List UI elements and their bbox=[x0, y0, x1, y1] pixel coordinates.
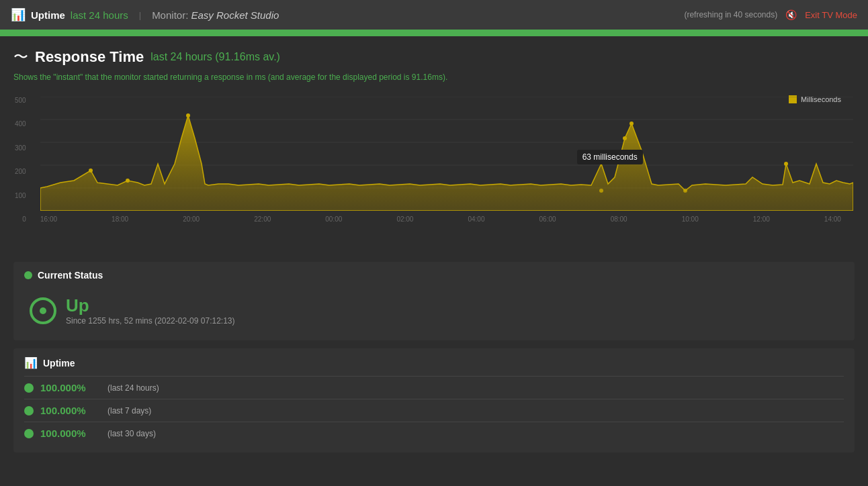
svg-point-13 bbox=[683, 189, 687, 193]
y-label-100: 100 bbox=[15, 192, 26, 199]
uptime-header-label: Uptime bbox=[43, 358, 75, 369]
status-body: Up Since 1255 hrs, 52 mins (2022-02-09 0… bbox=[24, 289, 844, 332]
x-label-1600: 16:00 bbox=[40, 215, 57, 223]
status-up-circle bbox=[30, 297, 56, 324]
y-label-300: 300 bbox=[15, 144, 26, 152]
header-divider: | bbox=[139, 10, 141, 20]
current-status-section: Current Status Up Since 1255 hrs, 52 min… bbox=[13, 262, 855, 340]
y-label-0: 0 bbox=[15, 215, 26, 223]
svg-point-7 bbox=[126, 179, 130, 183]
status-up-label: Up bbox=[66, 295, 235, 316]
uptime-dot-3 bbox=[24, 429, 34, 438]
header-right: (refreshing in 40 seconds) 🔇 Exit TV Mod… bbox=[684, 9, 857, 20]
x-label-1000: 10:00 bbox=[682, 215, 699, 223]
uptime-dot-1 bbox=[24, 383, 34, 393]
header-left: 📊 Uptime last 24 hours | Monitor: Easy R… bbox=[11, 7, 279, 22]
x-label-0600: 06:00 bbox=[539, 215, 556, 223]
svg-point-6 bbox=[89, 168, 93, 173]
y-label-200: 200 bbox=[15, 168, 26, 175]
uptime-row-3: 100.000% (last 30 days) bbox=[24, 422, 844, 444]
uptime-dot-2 bbox=[24, 406, 34, 416]
x-label-1400: 14:00 bbox=[824, 215, 841, 223]
response-time-desc: Shows the "instant" that the monitor sta… bbox=[13, 72, 855, 82]
response-time-header: 〜 Response Time last 24 hours (91.16ms a… bbox=[13, 47, 855, 67]
bars-icon: 📊 bbox=[11, 7, 26, 22]
svg-point-10 bbox=[630, 122, 634, 126]
uptime-progress-bar bbox=[0, 30, 868, 36]
status-circle-inner bbox=[40, 307, 46, 314]
mute-icon[interactable]: 🔇 bbox=[785, 9, 797, 20]
response-time-subtitle: last 24 hours (91.16ms av.) bbox=[150, 51, 280, 63]
desc-text: Shows the "instant" that the monitor sta… bbox=[13, 72, 412, 82]
x-label-1200: 12:00 bbox=[753, 215, 770, 223]
svg-point-12 bbox=[599, 189, 603, 193]
uptime-period-2: (last 7 days) bbox=[107, 406, 151, 416]
chart-svg-wrapper: 500 400 300 200 100 0 bbox=[40, 97, 841, 223]
response-time-chart: Milliseconds 500 400 300 200 100 0 bbox=[13, 90, 855, 243]
header-period: last 24 hours bbox=[71, 9, 128, 21]
x-label-1800: 18:00 bbox=[112, 215, 128, 223]
header: 📊 Uptime last 24 hours | Monitor: Easy R… bbox=[0, 0, 868, 30]
x-label-0000: 00:00 bbox=[325, 215, 342, 223]
monitor-label: Monitor: bbox=[152, 9, 188, 21]
x-label-0200: 02:00 bbox=[396, 215, 413, 223]
uptime-section: 📊 Uptime 100.000% (last 24 hours) 100.00… bbox=[13, 348, 855, 452]
uptime-period-1: (last 24 hours) bbox=[107, 383, 159, 393]
header-uptime-label: Uptime bbox=[31, 9, 65, 21]
response-time-icon: 〜 bbox=[13, 47, 28, 67]
uptime-pct-3: 100.000% bbox=[40, 428, 101, 439]
x-label-2200: 22:00 bbox=[254, 215, 271, 223]
monitor-name: Easy Rocket Studio bbox=[191, 9, 279, 21]
response-time-section: 〜 Response Time last 24 hours (91.16ms a… bbox=[0, 36, 868, 262]
avg-value: 91.16ms bbox=[412, 72, 443, 82]
uptime-period-3: (last 30 days) bbox=[107, 429, 156, 438]
y-label-500: 500 bbox=[15, 97, 26, 104]
uptime-section-header: 📊 Uptime bbox=[24, 356, 844, 369]
status-section-header: Current Status bbox=[24, 270, 844, 281]
header-monitor-label: Monitor: Easy Rocket Studio bbox=[152, 9, 279, 21]
response-time-title: Response Time bbox=[35, 48, 144, 66]
x-label-0800: 08:00 bbox=[611, 215, 627, 223]
uptime-row-2: 100.000% (last 7 days) bbox=[24, 399, 844, 422]
y-label-400: 400 bbox=[15, 120, 26, 128]
refreshing-text: (refreshing in 40 seconds) bbox=[684, 10, 777, 19]
desc-end: ). bbox=[443, 72, 447, 82]
uptime-row-1: 100.000% (last 24 hours) bbox=[24, 376, 844, 399]
svg-point-11 bbox=[784, 162, 788, 166]
status-since: Since 1255 hrs, 52 mins (2022-02-09 07:1… bbox=[66, 316, 235, 326]
status-header-dot bbox=[24, 271, 32, 279]
svg-point-9 bbox=[623, 136, 627, 140]
svg-point-8 bbox=[186, 113, 190, 117]
x-label-2000: 20:00 bbox=[183, 215, 200, 223]
chart-svg bbox=[40, 97, 853, 211]
uptime-bars-icon: 📊 bbox=[24, 356, 38, 369]
uptime-pct-1: 100.000% bbox=[40, 382, 101, 393]
status-header-label: Current Status bbox=[38, 270, 103, 281]
chart-yaxis: 500 400 300 200 100 0 bbox=[15, 97, 26, 223]
x-label-0400: 04:00 bbox=[468, 215, 484, 223]
status-info: Up Since 1255 hrs, 52 mins (2022-02-09 0… bbox=[66, 295, 235, 326]
chart-xaxis: 16:00 18:00 20:00 22:00 00:00 02:00 04:0… bbox=[40, 215, 841, 223]
exit-tv-button[interactable]: Exit TV Mode bbox=[805, 10, 857, 20]
uptime-pct-2: 100.000% bbox=[40, 405, 101, 416]
